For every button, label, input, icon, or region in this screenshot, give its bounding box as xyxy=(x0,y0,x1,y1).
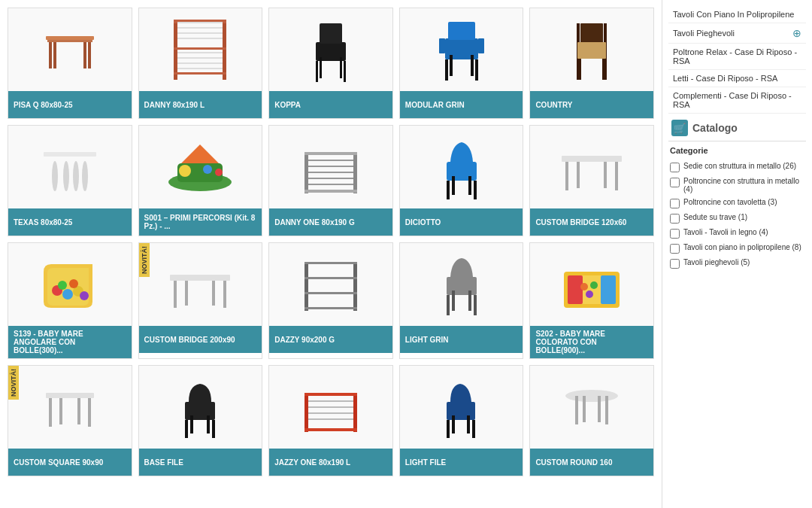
product-card-danny[interactable]: DANNY 80x190 L xyxy=(138,8,263,119)
category-tavoli-legno[interactable]: Tavoli - Tavoli in legno (4) xyxy=(668,226,806,241)
svg-rect-80 xyxy=(212,281,215,306)
category-label-sedute-trave: Sedute su trave (1) xyxy=(683,213,747,221)
checkbox-tavoli-legno[interactable] xyxy=(670,229,680,239)
product-card-custom-bridge-200[interactable]: NOVITÀ! CUSTOM BRIDGE 200x90 xyxy=(138,242,263,359)
svg-rect-114 xyxy=(308,406,353,408)
product-card-country[interactable]: COUNTRY xyxy=(529,8,654,119)
sidebar-item-tavoli-pieghevoli[interactable]: Tavoli Pieghevoli ⊕ xyxy=(668,23,806,44)
category-tavoli-pieghevoli[interactable]: Tavoli pieghevoli (5) xyxy=(668,256,806,271)
svg-point-48 xyxy=(179,165,191,177)
product-card-danny-one[interactable]: DANNY ONE 80x190 G xyxy=(268,125,393,236)
svg-rect-27 xyxy=(439,38,445,53)
product-label-modular-grin: MODULAR GRIN xyxy=(400,91,523,118)
svg-rect-5 xyxy=(46,36,94,40)
product-card-s001[interactable]: S001 – PRIMI PERCORSI (Kit. 8 Pz.) - ... xyxy=(138,125,263,236)
product-card-s139[interactable]: S139 - BABY MARE ANGOLARE CON BOLLE(300)… xyxy=(8,242,132,359)
checkbox-sedute-trave[interactable] xyxy=(670,214,680,224)
sidebar-item-label-complementi: Complementi - Case Di Riposo - RSA xyxy=(673,91,801,109)
product-card-diciotto[interactable]: DICIOTTO xyxy=(399,125,524,236)
category-sedie-metallo[interactable]: Sedie con struttura in metallo (26) xyxy=(668,160,806,175)
product-card-s202[interactable]: S202 - BABY MARE COLORATO CON BOLLE(900)… xyxy=(529,242,654,359)
product-label-pisa: PISA Q 80x80-25 xyxy=(8,91,132,118)
svg-rect-24 xyxy=(340,57,342,78)
svg-rect-103 xyxy=(77,398,80,424)
checkbox-tavoli-pieghevoli[interactable] xyxy=(670,259,680,269)
catalog-icon: 🛒 xyxy=(671,120,688,136)
svg-point-43 xyxy=(63,161,69,191)
product-card-texas[interactable]: TEXAS 80x80-25 xyxy=(8,125,132,236)
svg-rect-4 xyxy=(83,42,86,68)
product-card-koppa[interactable]: KOPPA xyxy=(268,8,393,119)
sidebar-item-tavoli-piano[interactable]: Tavoli Con Piano In Polipropilene xyxy=(668,6,806,23)
product-card-base-file[interactable]: BASE FILE xyxy=(138,365,263,476)
product-card-jazzy-one[interactable]: JAZZY ONE 80x190 L xyxy=(268,365,393,476)
svg-rect-1 xyxy=(49,42,52,68)
svg-rect-107 xyxy=(190,415,193,433)
svg-rect-64 xyxy=(468,176,471,195)
sidebar-item-poltrone-relax[interactable]: Poltrone Relax - Case Di Riposo - RSA xyxy=(668,44,806,70)
product-card-custom-square[interactable]: NOVITÀ! CUSTOM SQUARE 90x90 xyxy=(8,365,132,476)
checkbox-tavoli-polipropilene[interactable] xyxy=(670,244,680,254)
product-label-country: COUNTRY xyxy=(530,91,653,118)
product-image-s202 xyxy=(530,243,653,326)
category-sedute-trave[interactable]: Sedute su trave (1) xyxy=(668,211,806,226)
svg-rect-102 xyxy=(59,398,62,424)
svg-rect-69 xyxy=(604,162,607,188)
svg-rect-99 xyxy=(46,393,94,398)
svg-rect-17 xyxy=(177,62,223,64)
category-label-poltroncine-metallo: Poltroncine con struttura in metallo (4) xyxy=(683,177,804,193)
svg-rect-55 xyxy=(308,160,353,161)
product-label-dazzy: DAZZY 90x200 G xyxy=(269,326,392,353)
svg-rect-112 xyxy=(304,428,357,431)
svg-rect-66 xyxy=(565,162,568,190)
product-card-custom-round[interactable]: CUSTOM ROUND 160 xyxy=(529,365,654,476)
product-card-custom-bridge-120[interactable]: CUSTOM BRIDGE 120x60 xyxy=(529,125,654,236)
svg-rect-113 xyxy=(308,400,353,402)
product-label-light-file: LIGHT FILE xyxy=(400,449,523,476)
product-card-pisa[interactable]: PISA Q 80x80-25 xyxy=(8,8,132,119)
product-image-base-file xyxy=(139,366,262,449)
product-card-modular-grin[interactable]: MODULAR GRIN xyxy=(399,8,524,119)
svg-rect-58 xyxy=(308,178,353,179)
catalog-label: Catalogo xyxy=(692,122,738,134)
svg-rect-77 xyxy=(174,281,177,308)
svg-rect-20 xyxy=(320,23,342,44)
product-label-base-file: BASE FILE xyxy=(139,449,262,476)
svg-rect-108 xyxy=(207,415,210,433)
product-label-diciotto: DICIOTTO xyxy=(400,208,523,236)
product-image-koppa xyxy=(269,8,392,91)
svg-rect-11 xyxy=(177,22,223,23)
svg-marker-47 xyxy=(181,144,219,163)
svg-rect-87 xyxy=(447,277,477,295)
product-card-light-file[interactable]: LIGHT FILE xyxy=(399,365,524,476)
main-container: PISA Q 80x80-25 xyxy=(0,0,812,508)
checkbox-poltroncine-tavoletta[interactable] xyxy=(670,199,680,208)
svg-point-49 xyxy=(203,165,212,174)
product-image-modular-grin xyxy=(400,8,523,91)
checkbox-poltroncine-metallo[interactable] xyxy=(670,178,680,187)
svg-rect-56 xyxy=(308,166,353,167)
category-poltroncine-metallo[interactable]: Poltroncine con struttura in metallo (4) xyxy=(668,175,806,196)
svg-rect-54 xyxy=(304,190,357,193)
sidebar-item-complementi[interactable]: Complementi - Case Di Riposo - RSA xyxy=(668,87,806,114)
svg-rect-28 xyxy=(478,38,484,53)
svg-rect-57 xyxy=(308,172,353,173)
product-image-custom-round xyxy=(530,366,653,449)
svg-rect-125 xyxy=(583,396,586,422)
product-label-s202: S202 - BABY MARE COLORATO CON BOLLE(900)… xyxy=(530,326,653,358)
novita-badge-square: NOVITÀ! xyxy=(8,366,19,400)
product-grid-area: PISA Q 80x80-25 xyxy=(0,0,662,508)
category-tavoli-polipropilene[interactable]: Tavoli con piano in polipropilene (8) xyxy=(668,241,806,256)
checkbox-sedie-metallo[interactable] xyxy=(670,163,680,172)
product-label-danny: DANNY 80x190 L xyxy=(139,91,262,118)
product-image-custom-bridge-120 xyxy=(530,126,653,208)
category-poltroncine-tavoletta[interactable]: Poltroncine con tavoletta (3) xyxy=(668,196,806,211)
svg-point-44 xyxy=(73,161,79,191)
category-label-tavoli-legno: Tavoli - Tavoli in legno (4) xyxy=(683,228,768,236)
categories-title: Categorie xyxy=(668,146,806,155)
sidebar-item-letti[interactable]: Letti - Case Di Riposo - RSA xyxy=(668,70,806,87)
product-card-light-grin[interactable]: LIGHT GRIN xyxy=(399,242,524,359)
product-label-danny-one: DANNY ONE 80x190 G xyxy=(269,208,392,236)
svg-rect-62 xyxy=(474,181,477,199)
product-card-dazzy[interactable]: DAZZY 90x200 G xyxy=(268,242,393,359)
